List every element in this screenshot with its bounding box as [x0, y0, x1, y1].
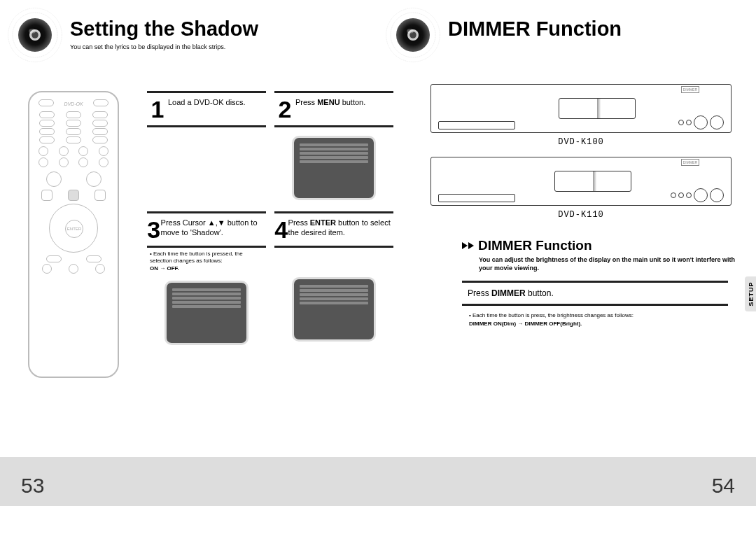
page-title-left: Setting the Shadow [70, 17, 378, 41]
section-description: You can adjust the brightness of the dis… [479, 256, 742, 272]
svg-point-11 [407, 29, 414, 33]
screenshot-thumbnail [292, 277, 376, 342]
dimmer-button-label: DIMMER [681, 159, 699, 166]
page-right: DIMMER Function DIMMER DVD-K100 DIMMER D… [378, 0, 756, 534]
step-3-note: • Each time the button is pressed, the s… [147, 248, 266, 272]
left-body: DVD-OK ENTER 1 Load a DVD-OK discs. [0, 70, 378, 448]
player-k110: DIMMER [430, 157, 732, 206]
instruction-note: • Each time the button is press, the bri… [469, 311, 742, 327]
footer-bar [0, 457, 756, 506]
svg-point-5 [29, 29, 36, 33]
instruction-box: Press DIMMER button. [462, 281, 728, 306]
step-text: Press Cursor ▲,▼ button to move to 'Shad… [161, 216, 266, 241]
step-text: Press MENU button. [295, 96, 365, 121]
step-number: 3 [147, 216, 161, 241]
step-3: 3 Press Cursor ▲,▼ button to move to 'Sh… [147, 211, 266, 349]
dimmer-button-label: DIMMER [681, 86, 699, 93]
section-title: DIMMER Function [478, 238, 592, 253]
double-arrow-icon [462, 242, 474, 249]
side-tab-label: SETUP [747, 281, 754, 306]
step-4: 4 Press ENTER button to select the desir… [274, 211, 393, 349]
header-right: DIMMER Function [378, 0, 756, 70]
page-left: Setting the Shadow You can set the lyric… [0, 0, 378, 534]
model-label-k100: DVD-K100 [420, 137, 742, 147]
step-number: 2 [274, 96, 295, 121]
page-number-right: 54 [712, 474, 735, 498]
page-title-right: DIMMER Function [448, 17, 756, 41]
right-body: DIMMER DVD-K100 DIMMER DVD-K110 DIMMER F… [378, 70, 756, 448]
model-label-k110: DVD-K110 [420, 210, 742, 220]
header-left: Setting the Shadow You can set the lyric… [0, 0, 378, 70]
screenshot-thumbnail [164, 281, 248, 345]
step-number: 1 [147, 96, 168, 121]
screenshot-thumbnail [292, 136, 376, 200]
side-tab: SETUP [745, 276, 756, 311]
step-1: 1 Load a DVD-OK discs. [147, 91, 266, 204]
page-number-left: 53 [21, 474, 44, 498]
page-subtitle-left: You can set the lyrics to be displayed i… [70, 43, 378, 50]
remote-control: DVD-OK ENTER [28, 91, 119, 378]
speaker-icon [385, 7, 441, 63]
steps-grid: 1 Load a DVD-OK discs. 2 Press MENU butt… [147, 70, 378, 349]
step-number: 4 [274, 216, 288, 241]
speaker-icon [7, 7, 63, 63]
step-2: 2 Press MENU button. [274, 91, 393, 204]
dimmer-section: DIMMER Function You can adjust the brigh… [462, 238, 742, 328]
step-text: Load a DVD-OK discs. [168, 96, 246, 121]
player-k100: DIMMER [430, 84, 732, 133]
